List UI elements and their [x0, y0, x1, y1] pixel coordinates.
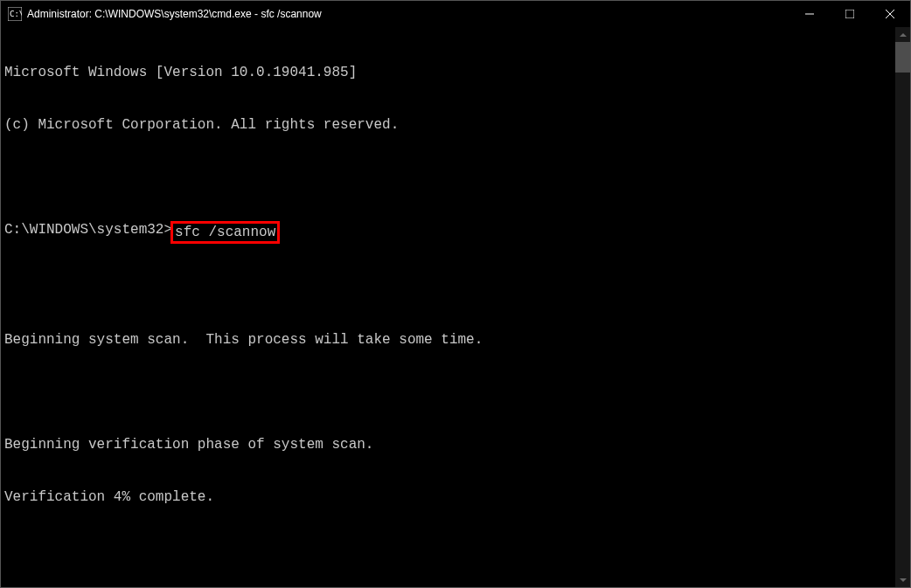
- svg-marker-7: [900, 578, 907, 582]
- window-title: Administrator: C:\WINDOWS\system32\cmd.e…: [27, 8, 789, 20]
- output-line: Beginning verification phase of system s…: [4, 436, 892, 453]
- scroll-down-arrow[interactable]: [895, 572, 910, 587]
- output-line: Beginning system scan. This process will…: [4, 331, 892, 349]
- scroll-track[interactable]: [895, 42, 910, 572]
- svg-text:C:\: C:\: [10, 10, 22, 18]
- output-line: (c) Microsoft Corporation. All rights re…: [4, 116, 892, 134]
- output-blank: [4, 384, 892, 401]
- command-prompt-window: C:\ Administrator: C:\WINDOWS\system32\c…: [0, 0, 911, 588]
- svg-rect-3: [845, 10, 854, 18]
- output-blank: [4, 279, 892, 296]
- titlebar[interactable]: C:\ Administrator: C:\WINDOWS\system32\c…: [1, 1, 910, 27]
- prompt-line: C:\WINDOWS\system32>sfc /scannow: [4, 221, 892, 244]
- command-text: sfc /scannow: [175, 225, 275, 240]
- vertical-scrollbar[interactable]: [895, 27, 910, 587]
- command-highlight: sfc /scannow: [170, 221, 280, 244]
- close-button[interactable]: [870, 1, 910, 27]
- scroll-thumb[interactable]: [895, 42, 910, 73]
- prompt-text: C:\WINDOWS\system32>: [4, 221, 172, 244]
- maximize-button[interactable]: [830, 1, 870, 27]
- terminal-output[interactable]: Microsoft Windows [Version 10.0.19041.98…: [1, 27, 895, 587]
- window-controls: [789, 1, 910, 27]
- cmd-icon: C:\: [8, 7, 22, 21]
- output-line: Verification 4% complete.: [4, 488, 892, 506]
- scroll-up-arrow[interactable]: [895, 27, 910, 42]
- minimize-button[interactable]: [789, 1, 830, 27]
- content-wrapper: Microsoft Windows [Version 10.0.19041.98…: [1, 27, 910, 587]
- output-line: Microsoft Windows [Version 10.0.19041.98…: [4, 64, 892, 81]
- output-blank: [4, 169, 892, 186]
- svg-marker-6: [900, 33, 907, 37]
